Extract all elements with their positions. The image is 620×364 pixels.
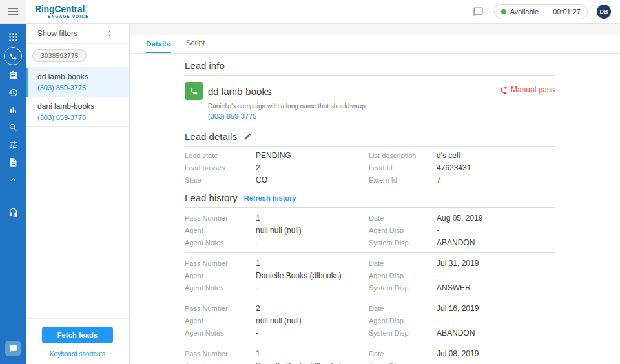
feedback-button[interactable]: [472, 5, 485, 18]
phone-icon: [189, 86, 198, 96]
availability-status[interactable]: Available 00:01:27: [494, 4, 588, 19]
field-label: Agent Disp: [369, 317, 437, 325]
sidebar-filters-button[interactable]: [0, 136, 26, 154]
campaign-name: Danielle's campaign with a long name tha…: [208, 102, 499, 110]
field-value: CO: [256, 176, 369, 185]
lead-phone-link[interactable]: (303) 859-3775: [208, 112, 499, 121]
fetch-leads-button[interactable]: Fetch leads: [42, 327, 114, 343]
field-label: Agent Disp: [369, 227, 437, 234]
show-filters-toggle[interactable]: Show filters: [26, 24, 129, 44]
toolbar-strip: [130, 24, 620, 35]
tab-details[interactable]: Details: [146, 40, 170, 53]
lead-list: dd lamb-books (303) 859-3775 dani lamb-b…: [26, 68, 129, 319]
menu-button[interactable]: [0, 0, 26, 23]
manual-pass-button[interactable]: Manual pass: [499, 85, 555, 94]
field-value: d's cell: [437, 151, 555, 160]
field-label: Date: [369, 259, 437, 267]
edit-lead-details-button[interactable]: [243, 132, 252, 141]
field-label: Agent Disp: [369, 272, 437, 279]
main-content: Details Script Lead info dd lamb-books: [130, 24, 620, 364]
tab-script[interactable]: Script: [186, 39, 205, 53]
field-row: Pass Number 1 Date Jul 08, 2019: [185, 347, 555, 359]
field-label: Lead state: [185, 152, 256, 159]
field-value: -: [437, 316, 555, 325]
sidebar-search-button[interactable]: [0, 119, 26, 136]
field-value: requeue: [437, 361, 555, 364]
lead-details-title: Lead details: [185, 131, 237, 142]
field-label: Extern Id: [369, 176, 437, 184]
refresh-history-link[interactable]: Refresh history: [244, 194, 296, 202]
field-value: Jul 31, 2019: [437, 259, 555, 268]
field-value: ABANDON: [437, 238, 555, 247]
history-entry: Pass Number 2 Date Jul 16, 2019 Agent nu…: [185, 298, 555, 343]
field-row: Agent Notes - System Disp ABANDON: [185, 236, 555, 248]
field-label: Agent: [185, 227, 256, 234]
field-row: Agent Danielle Books (dlbooks) Agent Dis…: [185, 269, 555, 281]
sidebar-tasks-button[interactable]: [0, 66, 26, 84]
search-icon: [8, 123, 18, 132]
field-label: Pass Number: [185, 305, 256, 312]
field-label: Agent Notes: [185, 329, 256, 337]
sidebar-agent-button[interactable]: [0, 204, 26, 221]
field-value: 47623431: [437, 163, 555, 172]
field-value: Jul 16, 2019: [437, 304, 555, 313]
field-label: Agent: [185, 317, 256, 325]
lead-details-header: Lead details: [185, 131, 555, 142]
field-value: 1: [256, 214, 369, 223]
top-header: RingCentral ® ENGAGE VOICE Available 00:…: [0, 0, 620, 24]
status-label: Available: [510, 8, 539, 15]
agent-headset-icon: [8, 208, 18, 217]
field-label: Date: [369, 305, 437, 312]
filters-icon: [8, 140, 18, 150]
lead-list-item[interactable]: dani lamb-books (303) 859-3775: [26, 97, 129, 127]
field-value: 2: [256, 304, 369, 313]
registered-mark: ®: [85, 5, 88, 9]
field-value: 1: [256, 259, 369, 268]
lead-phone: (303) 859-3775: [37, 84, 123, 92]
sidebar-chat-button[interactable]: [5, 341, 21, 356]
field-label: Date: [369, 214, 437, 222]
chat-icon: [473, 6, 484, 17]
field-value: PENDING: [256, 151, 369, 160]
field-label: Agent Disp: [369, 362, 437, 364]
sidebar-apps-button[interactable]: [0, 28, 26, 46]
field-label: Pass Number: [185, 259, 256, 267]
lead-history-title: Lead history: [185, 192, 238, 203]
field-value: 2: [256, 163, 369, 172]
field-row: Pass Number 1 Date Jul 31, 2019: [185, 257, 555, 269]
tasks-icon: [8, 70, 18, 80]
manual-pass-label: Manual pass: [511, 85, 555, 94]
field-row: Agent Danielle Books (dlbooks) Agent Dis…: [185, 359, 555, 364]
sidebar-analytics-button[interactable]: [0, 101, 26, 119]
collapse-icon: [8, 175, 18, 185]
apps-grid-icon: [8, 32, 18, 42]
field-row: Agent null null (null) Agent Disp -: [185, 314, 555, 327]
field-label: Agent Notes: [185, 239, 256, 247]
filter-chip[interactable]: 3038593775: [32, 49, 87, 62]
keyboard-shortcuts-link[interactable]: Keyboard shortcuts: [26, 350, 129, 358]
pencil-icon: [243, 132, 252, 141]
sidebar-script-button[interactable]: [0, 154, 26, 171]
lead-call-badge: [185, 82, 203, 100]
phone-forwarded-icon: [499, 86, 508, 94]
lead-detail-view: Lead info dd lamb-books Danielle's campa…: [130, 54, 620, 364]
user-avatar[interactable]: DB: [597, 5, 611, 19]
field-label: Lead Id: [369, 164, 437, 172]
active-call-ring: [4, 47, 22, 65]
field-value: 1: [256, 349, 369, 358]
field-row: Agent null null (null) Agent Disp -: [185, 224, 555, 236]
field-value: 7: [437, 176, 555, 185]
sidebar-history-button[interactable]: [0, 84, 26, 101]
header-actions: Available 00:01:27 DB: [472, 4, 620, 19]
show-filters-label: Show filters: [37, 29, 78, 38]
field-value: -: [256, 329, 369, 338]
ringcentral-logo: RingCentral ® ENGAGE VOICE: [35, 5, 88, 19]
leads-panel: Show filters 3038593775 dd lamb-books (3…: [26, 24, 130, 364]
sidebar-call-button[interactable]: [0, 46, 26, 66]
field-value: ANSWER: [437, 283, 555, 292]
brand-wordmark: RingCentral: [35, 5, 85, 14]
status-dot-icon: [501, 9, 506, 14]
sidebar-collapse-button[interactable]: [0, 171, 26, 188]
lead-list-item[interactable]: dd lamb-books (303) 859-3775: [26, 68, 129, 97]
history-entry: Pass Number 1 Date Aug 05, 2019 Agent nu…: [185, 208, 555, 253]
